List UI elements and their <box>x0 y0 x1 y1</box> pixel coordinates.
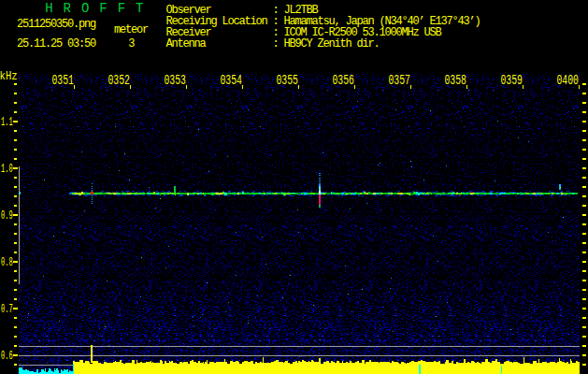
svg-text:0.7: 0.7 <box>1 303 13 316</box>
svg-text:kHz: kHz <box>0 69 18 83</box>
svg-text:0359: 0359 <box>500 73 523 88</box>
svg-text:0.9: 0.9 <box>1 209 13 223</box>
svg-text:0351: 0351 <box>51 73 74 88</box>
svg-text:25.11.25 03:50: 25.11.25 03:50 <box>17 37 96 50</box>
svg-text:0353: 0353 <box>164 73 186 88</box>
svg-text:0354: 0354 <box>220 73 242 88</box>
svg-text:0400: 0400 <box>556 73 579 88</box>
svg-text:3: 3 <box>128 37 135 50</box>
svg-text:0358: 0358 <box>444 73 466 88</box>
svg-text:1.0: 1.0 <box>1 163 13 176</box>
svg-text:0356: 0356 <box>332 73 354 88</box>
svg-text:0357: 0357 <box>388 73 410 88</box>
svg-text:Antenna : HB9CY Zen: Antenna : HB9CY Zenith dir. <box>166 37 380 50</box>
svg-text:HROFFT: HROFFT <box>45 1 153 16</box>
svg-text:0355: 0355 <box>276 73 298 88</box>
svg-text:1.1: 1.1 <box>1 116 13 129</box>
svg-text:0.8: 0.8 <box>1 256 13 269</box>
svg-text:0.6: 0.6 <box>1 350 13 363</box>
svg-text:2511250350.png: 2511250350.png <box>17 18 96 31</box>
svg-text:0352: 0352 <box>108 73 130 88</box>
svg-text:meteor: meteor <box>114 23 149 36</box>
